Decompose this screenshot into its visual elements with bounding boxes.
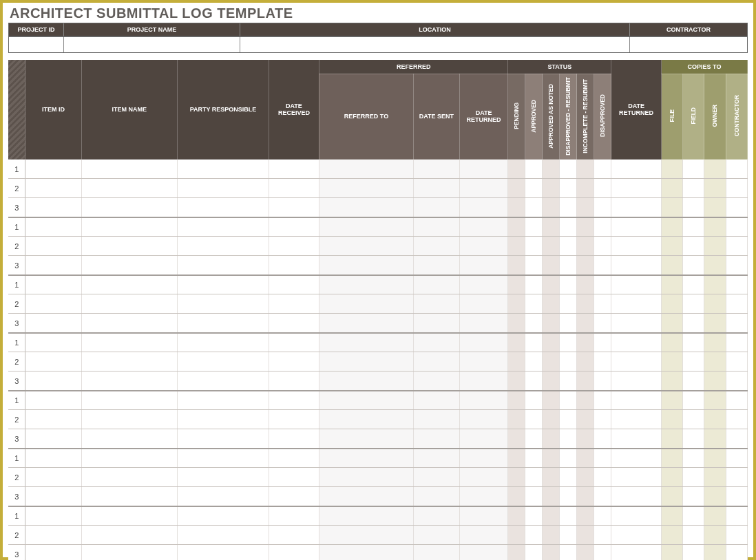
cell-copies-owner[interactable] [704, 333, 726, 352]
cell-copies-field[interactable] [683, 179, 704, 198]
cell-status-disapproved[interactable] [594, 333, 611, 352]
cell-status-disapproved-resubmit[interactable] [560, 371, 577, 391]
cell-date-sent[interactable] [414, 526, 460, 545]
cell-item-id[interactable] [25, 217, 81, 237]
cell-copies-owner[interactable] [704, 487, 726, 506]
cell-status-disapproved[interactable] [594, 391, 611, 410]
cell-copies-owner[interactable] [704, 198, 726, 217]
cell-status-incomplete-resubmit[interactable] [577, 275, 594, 294]
cell-party-responsible[interactable] [177, 410, 269, 429]
cell-status-approved[interactable] [525, 449, 543, 468]
cell-party-responsible[interactable] [177, 449, 269, 468]
cell-copies-contractor[interactable] [726, 294, 747, 314]
cell-copies-file[interactable] [662, 410, 683, 429]
cell-copies-file[interactable] [662, 449, 683, 468]
cell-status-incomplete-resubmit[interactable] [577, 449, 594, 468]
cell-copies-owner[interactable] [704, 314, 726, 333]
cell-date-sent[interactable] [414, 352, 460, 371]
cell-date-returned[interactable] [611, 217, 662, 237]
cell-date-received[interactable] [269, 294, 319, 314]
cell-referred-to[interactable] [319, 256, 413, 275]
cell-status-incomplete-resubmit[interactable] [577, 506, 594, 526]
cell-status-approved-noted[interactable] [543, 449, 560, 468]
cell-referred-to[interactable] [319, 237, 413, 256]
cell-date-sent[interactable] [414, 487, 460, 506]
cell-date-sent[interactable] [414, 410, 460, 429]
cell-status-pending[interactable] [508, 526, 525, 545]
cell-date-received[interactable] [269, 487, 319, 506]
cell-copies-owner[interactable] [704, 275, 726, 294]
cell-date-returned[interactable] [611, 294, 662, 314]
cell-copies-field[interactable] [683, 526, 704, 545]
cell-status-approved[interactable] [525, 237, 543, 256]
cell-copies-owner[interactable] [704, 217, 726, 237]
cell-status-approved[interactable] [525, 545, 543, 560]
cell-status-disapproved-resubmit[interactable] [560, 410, 577, 429]
cell-date-returned[interactable] [611, 198, 662, 217]
cell-status-approved-noted[interactable] [543, 391, 560, 410]
cell-date-returned[interactable] [611, 333, 662, 352]
cell-item-name[interactable] [81, 391, 177, 410]
cell-copies-file[interactable] [662, 468, 683, 487]
cell-referred-to[interactable] [319, 468, 413, 487]
cell-copies-file[interactable] [662, 256, 683, 275]
cell-status-disapproved-resubmit[interactable] [560, 429, 577, 449]
cell-date-returned[interactable] [611, 526, 662, 545]
cell-status-disapproved[interactable] [594, 198, 611, 217]
cell-copies-file[interactable] [662, 275, 683, 294]
cell-status-approved[interactable] [525, 294, 543, 314]
cell-status-pending[interactable] [508, 506, 525, 526]
cell-referred-to[interactable] [319, 217, 413, 237]
cell-party-responsible[interactable] [177, 217, 269, 237]
cell-status-approved[interactable] [525, 275, 543, 294]
cell-status-pending[interactable] [508, 198, 525, 217]
cell-status-disapproved[interactable] [594, 179, 611, 198]
cell-status-disapproved-resubmit[interactable] [560, 545, 577, 560]
cell-item-id[interactable] [25, 275, 81, 294]
cell-status-pending[interactable] [508, 449, 525, 468]
cell-copies-owner[interactable] [704, 237, 726, 256]
cell-status-approved-noted[interactable] [543, 198, 560, 217]
cell-item-id[interactable] [25, 179, 81, 198]
cell-status-pending[interactable] [508, 160, 525, 179]
cell-status-incomplete-resubmit[interactable] [577, 526, 594, 545]
cell-date-received[interactable] [269, 237, 319, 256]
cell-status-incomplete-resubmit[interactable] [577, 545, 594, 560]
cell-copies-contractor[interactable] [726, 333, 747, 352]
cell-referred-to[interactable] [319, 487, 413, 506]
cell-date-sent[interactable] [414, 294, 460, 314]
cell-date-received[interactable] [269, 429, 319, 449]
cell-status-approved-noted[interactable] [543, 487, 560, 506]
cell-date-received[interactable] [269, 352, 319, 371]
cell-referred-to[interactable] [319, 160, 413, 179]
cell-date-returned-ref[interactable] [459, 198, 508, 217]
cell-date-returned-ref[interactable] [459, 410, 508, 429]
cell-referred-to[interactable] [319, 294, 413, 314]
cell-date-returned-ref[interactable] [459, 506, 508, 526]
cell-status-approved[interactable] [525, 352, 543, 371]
cell-copies-owner[interactable] [704, 506, 726, 526]
cell-date-returned-ref[interactable] [459, 294, 508, 314]
cell-copies-file[interactable] [662, 391, 683, 410]
cell-copies-field[interactable] [683, 391, 704, 410]
cell-date-returned[interactable] [611, 468, 662, 487]
cell-status-incomplete-resubmit[interactable] [577, 179, 594, 198]
cell-copies-file[interactable] [662, 237, 683, 256]
cell-item-id[interactable] [25, 294, 81, 314]
cell-status-disapproved[interactable] [594, 449, 611, 468]
cell-item-id[interactable] [25, 506, 81, 526]
cell-copies-field[interactable] [683, 160, 704, 179]
cell-date-returned-ref[interactable] [459, 217, 508, 237]
cell-copies-field[interactable] [683, 275, 704, 294]
cell-status-approved[interactable] [525, 391, 543, 410]
cell-item-id[interactable] [25, 371, 81, 391]
cell-status-approved-noted[interactable] [543, 179, 560, 198]
cell-date-received[interactable] [269, 506, 319, 526]
cell-copies-owner[interactable] [704, 371, 726, 391]
cell-date-returned-ref[interactable] [459, 545, 508, 560]
cell-status-disapproved-resubmit[interactable] [560, 256, 577, 275]
cell-date-sent[interactable] [414, 275, 460, 294]
cell-status-pending[interactable] [508, 429, 525, 449]
cell-date-received[interactable] [269, 198, 319, 217]
cell-item-name[interactable] [81, 526, 177, 545]
